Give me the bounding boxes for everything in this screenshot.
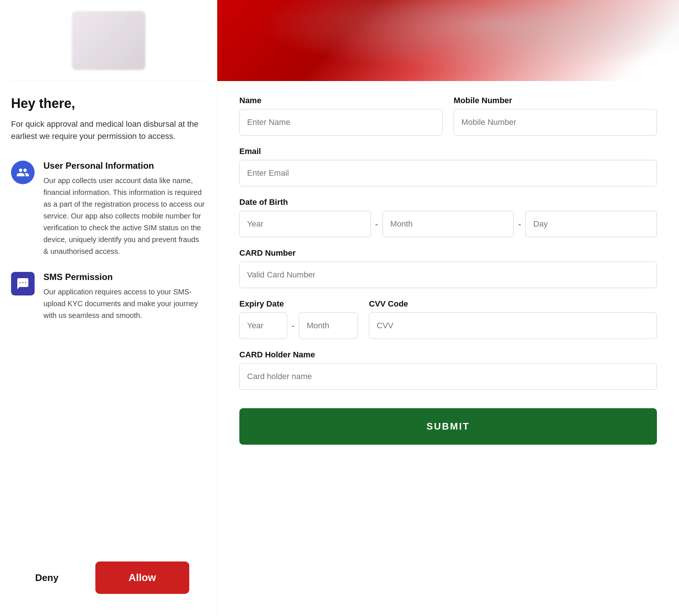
action-buttons: Deny Allow <box>11 539 206 594</box>
expiry-month-input[interactable] <box>299 312 358 339</box>
name-mobile-row: Name Mobile Number <box>239 96 657 136</box>
card-holder-label: CARD Holder Name <box>239 350 657 360</box>
card-holder-group: CARD Holder Name <box>239 350 657 390</box>
personal-info-desc: Our app collects user account data like … <box>43 175 206 257</box>
name-label: Name <box>239 96 443 105</box>
expiry-group: Expiry Date - <box>239 299 358 339</box>
person-svg <box>16 166 29 179</box>
personal-info-content: User Personal Information Our app collec… <box>43 161 206 257</box>
mobile-input[interactable] <box>454 109 657 136</box>
dob-month-input[interactable] <box>383 211 514 237</box>
form-area: Name Mobile Number Email Date of Birth -… <box>217 81 679 616</box>
submit-button[interactable]: SUBMIT <box>239 408 657 445</box>
dob-sep-2: - <box>518 219 521 229</box>
right-top-banner <box>217 0 679 81</box>
allow-button[interactable]: Allow <box>95 561 189 594</box>
permission-item-personal: User Personal Information Our app collec… <box>11 161 206 257</box>
sms-content: SMS Permission Our application requires … <box>43 272 206 321</box>
left-panel: Hey there, For quick approval and medica… <box>0 0 217 616</box>
dob-group: Date of Birth - - <box>239 197 657 237</box>
expiry-label: Expiry Date <box>239 299 358 309</box>
dob-year-input[interactable] <box>239 211 371 237</box>
dob-label: Date of Birth <box>239 197 657 207</box>
dob-day-input[interactable] <box>525 211 657 237</box>
sms-icon <box>11 272 35 295</box>
expiry-date-row: - <box>239 312 358 339</box>
expiry-cvv-row: Expiry Date - CVV Code <box>239 299 657 339</box>
expiry-sep: - <box>292 321 295 331</box>
cvv-label: CVV Code <box>369 299 657 309</box>
greeting-heading: Hey there, <box>11 96 206 111</box>
card-number-input[interactable] <box>239 262 657 288</box>
dob-date-row: - - <box>239 211 657 237</box>
dob-sep-1: - <box>375 219 378 229</box>
sms-desc: Our application requires access to your … <box>43 286 206 321</box>
sms-title: SMS Permission <box>43 272 206 282</box>
email-input[interactable] <box>239 160 657 186</box>
right-panel: Name Mobile Number Email Date of Birth -… <box>217 0 679 616</box>
banner-blur <box>217 0 679 81</box>
permission-item-sms: SMS Permission Our application requires … <box>11 272 206 321</box>
name-input[interactable] <box>239 109 443 136</box>
cvv-group: CVV Code <box>369 299 657 339</box>
name-group: Name <box>239 96 443 136</box>
email-group: Email <box>239 147 657 186</box>
mobile-group: Mobile Number <box>454 96 657 136</box>
intro-text: For quick approval and medical loan disb… <box>11 118 206 142</box>
sms-svg <box>16 277 29 290</box>
card-holder-input[interactable] <box>239 363 657 390</box>
cvv-input[interactable] <box>369 312 657 339</box>
expiry-year-input[interactable] <box>239 312 287 339</box>
mobile-label: Mobile Number <box>454 96 657 105</box>
personal-info-title: User Personal Information <box>43 161 206 171</box>
left-top-banner <box>11 0 206 81</box>
card-number-group: CARD Number <box>239 248 657 288</box>
email-label: Email <box>239 147 657 156</box>
deny-button[interactable]: Deny <box>28 568 66 587</box>
card-number-label: CARD Number <box>239 248 657 258</box>
person-icon <box>11 161 35 184</box>
logo-image <box>72 11 145 70</box>
